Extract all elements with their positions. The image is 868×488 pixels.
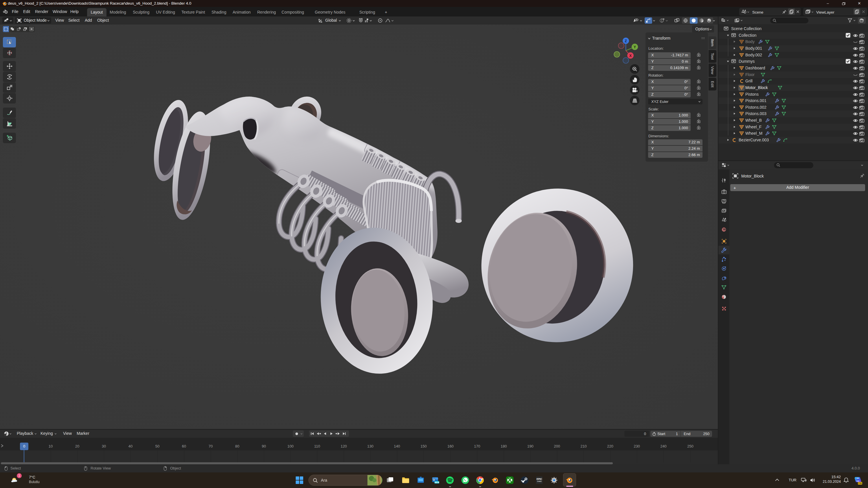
svg-text:Y: Y xyxy=(633,45,636,49)
svg-text:GAMES: GAMES xyxy=(537,481,541,482)
svg-text:Z: Z xyxy=(625,39,627,43)
svg-text:X: X xyxy=(629,54,631,58)
svg-text:NEW: NEW xyxy=(435,481,439,483)
svg-text:EPIC: EPIC xyxy=(536,478,542,481)
svg-text:PRE: PRE xyxy=(858,482,862,484)
